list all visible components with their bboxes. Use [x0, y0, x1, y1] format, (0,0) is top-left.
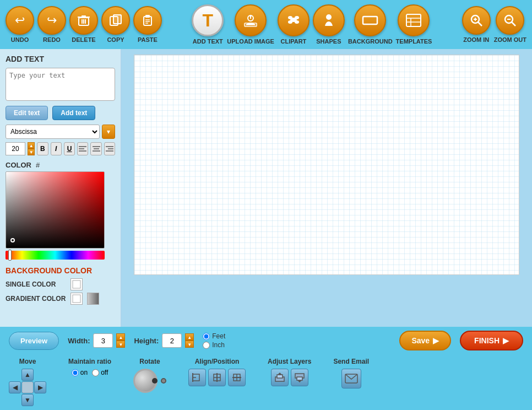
edit-text-button[interactable]: Edit text [6, 106, 48, 120]
undo-label: UNDO [11, 36, 29, 43]
zoom-out-button[interactable]: ZOOM OUT [494, 6, 526, 43]
undo-button[interactable]: ↩ UNDO [6, 6, 34, 43]
font-select-arrow[interactable]: ▾ [102, 125, 115, 139]
move-right-button[interactable]: ▶ [34, 381, 46, 393]
clipart-label: CLIPART [280, 38, 306, 45]
single-color-icon[interactable] [70, 278, 83, 290]
align-left-edge-button[interactable] [188, 369, 206, 386]
ratio-off-option[interactable]: off [92, 369, 108, 376]
svg-rect-60 [297, 377, 302, 380]
background-label: BACKGROUND [348, 38, 393, 45]
shapes-button[interactable]: SHAPES [313, 4, 345, 45]
canvas-area[interactable] [134, 55, 519, 275]
gradient-color-icon-2[interactable] [87, 293, 99, 305]
layer-buttons [271, 369, 308, 386]
svg-line-29 [478, 22, 482, 26]
delete-label: DELETE [72, 36, 95, 43]
width-up[interactable]: ▲ [116, 333, 125, 341]
align-left-button[interactable] [77, 142, 88, 155]
rotate-knob[interactable] [133, 369, 158, 393]
svg-line-33 [512, 22, 515, 26]
copy-button[interactable]: COPY [101, 6, 130, 43]
width-down[interactable]: ▼ [116, 341, 125, 348]
add-text-label: ADD TEXT [193, 38, 223, 45]
copy-icon [101, 6, 130, 35]
zoom-in-icon [462, 6, 491, 35]
rainbow-bar[interactable] [6, 251, 105, 260]
height-down[interactable]: ▼ [185, 341, 194, 348]
paste-button[interactable]: PASTE [133, 6, 162, 43]
finish-button[interactable]: FINISH ▶ [460, 331, 523, 350]
font-select[interactable]: Abscissa [6, 125, 100, 139]
move-down-button[interactable]: ▼ [21, 394, 34, 406]
templates-label: TEMPLATES [396, 38, 432, 45]
align-center-v-button[interactable] [208, 369, 226, 386]
width-arrows: ▲ ▼ [116, 333, 125, 348]
maintain-ratio-section: Maintain ratio on off [68, 358, 111, 376]
send-email-label: Send Email [333, 358, 369, 365]
move-up-button[interactable]: ▲ [21, 369, 34, 381]
align-section: Align/Position [188, 358, 246, 386]
upload-image-button[interactable]: UPLOAD IMAGE [227, 4, 274, 45]
copy-label: COPY [107, 36, 124, 43]
svg-rect-24 [406, 14, 421, 26]
font-size-down[interactable]: ▼ [28, 149, 35, 155]
ratio-on-radio[interactable] [72, 369, 79, 376]
svg-point-21 [295, 20, 299, 24]
svg-rect-8 [113, 15, 121, 24]
svg-point-20 [288, 20, 292, 24]
svg-rect-10 [145, 15, 150, 18]
italic-button[interactable]: I [51, 142, 62, 155]
height-input[interactable] [162, 333, 182, 348]
layer-up-button[interactable] [271, 369, 289, 386]
add-text-button[interactable]: T ADD TEXT [192, 4, 224, 45]
font-size-up[interactable]: ▲ [28, 142, 35, 149]
unit-group: Feet Inch [203, 332, 225, 349]
templates-button[interactable]: TEMPLATES [396, 4, 432, 45]
underline-button[interactable]: U [64, 142, 75, 155]
svg-point-18 [288, 16, 292, 19]
height-group: Height: ▲ ▼ [134, 333, 194, 348]
single-color-row: SINGLE COLOR [6, 278, 115, 290]
color-picker-cursor [10, 238, 15, 242]
add-text-button-panel[interactable]: Add text [52, 106, 95, 120]
zoom-in-button[interactable]: ZOOM IN [462, 6, 491, 43]
feet-option[interactable]: Feet [203, 332, 225, 340]
main-area: ADD TEXT Edit text Add text Abscissa ▾ ▲… [0, 49, 532, 327]
color-hash: # [36, 161, 40, 169]
layer-down-button[interactable] [291, 369, 308, 386]
width-input[interactable] [93, 333, 113, 348]
ratio-on-option[interactable]: on [72, 369, 88, 376]
rotate-handle [152, 378, 158, 384]
zoom-out-icon [496, 6, 524, 35]
height-up[interactable]: ▲ [185, 333, 194, 341]
save-button[interactable]: Save ▶ [399, 331, 451, 350]
background-button[interactable]: BACKGROUND [348, 4, 393, 45]
align-right-button[interactable] [104, 142, 115, 155]
font-size-input[interactable] [6, 142, 25, 155]
svg-rect-5 [82, 15, 86, 17]
send-email-button[interactable] [341, 369, 361, 389]
svg-rect-23 [363, 17, 377, 24]
inch-radio[interactable] [203, 342, 210, 349]
finish-arrow-icon: ▶ [503, 336, 509, 345]
redo-icon: ↪ [37, 6, 66, 35]
bottom-tools: Move ▲ ◀ ▶ ▼ Maintain ratio on off [0, 354, 532, 410]
align-center-h-button[interactable] [228, 369, 246, 386]
svg-point-22 [326, 14, 332, 20]
bg-color-title: BACKGROUND COLOR [6, 266, 115, 275]
color-picker[interactable] [6, 171, 105, 249]
delete-button[interactable]: DELETE [69, 6, 98, 43]
ratio-off-radio[interactable] [92, 369, 99, 376]
align-center-button[interactable] [90, 142, 101, 155]
bg-color-section: BACKGROUND COLOR SINGLE COLOR GRADIENT C… [6, 266, 115, 305]
redo-button[interactable]: ↪ REDO [37, 6, 66, 43]
feet-radio[interactable] [203, 333, 210, 340]
clipart-button[interactable]: CLIPART [278, 4, 310, 45]
bold-button[interactable]: B [37, 142, 48, 155]
preview-button[interactable]: Preview [9, 332, 59, 350]
gradient-color-icon-1[interactable] [70, 293, 83, 305]
text-input[interactable] [6, 68, 115, 101]
inch-option[interactable]: Inch [203, 341, 225, 349]
move-left-button[interactable]: ◀ [9, 381, 21, 393]
